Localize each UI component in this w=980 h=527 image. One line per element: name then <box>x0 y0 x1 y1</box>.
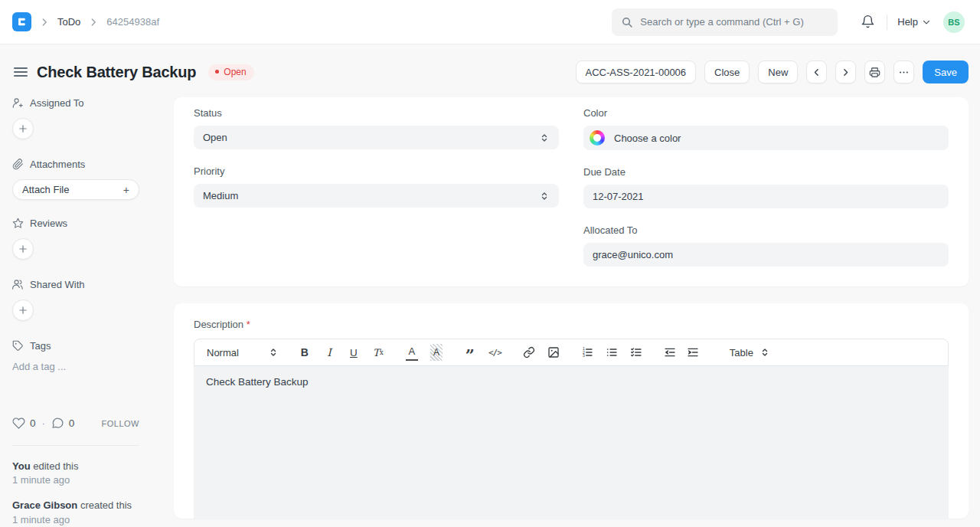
ellipsis-icon <box>898 67 910 78</box>
comment-icon <box>51 417 64 430</box>
notifications-button[interactable] <box>858 11 878 32</box>
sidebar-toggle-button[interactable] <box>12 65 29 79</box>
navbar: ToDo 64254938af Help BS <box>0 0 980 44</box>
image-button[interactable] <box>547 344 560 361</box>
color-picker[interactable]: Choose a color <box>583 126 949 150</box>
table-menu[interactable]: Table <box>730 347 770 358</box>
description-editor[interactable]: Check Battery Backup <box>194 366 949 519</box>
like-count: 0 <box>30 417 36 429</box>
follow-button[interactable]: FOLLOW <box>102 419 139 428</box>
breadcrumb-doc-id: 64254938af <box>106 16 159 28</box>
help-label: Help <box>897 16 918 28</box>
select-chevrons-icon <box>539 133 550 143</box>
allocated-to-input[interactable] <box>593 249 939 260</box>
user-avatar[interactable]: BS <box>943 11 965 33</box>
highlight-color-button[interactable]: A <box>430 344 443 361</box>
activity-actor: You <box>12 460 31 472</box>
blockquote-button[interactable]: ” <box>464 344 476 361</box>
add-review-button[interactable] <box>12 238 34 260</box>
status-dot-icon <box>215 70 219 74</box>
status-select[interactable]: Open <box>194 126 559 149</box>
color-field: Color Choose a color <box>583 107 949 150</box>
bold-button[interactable]: B <box>299 344 311 361</box>
search-icon <box>621 16 633 28</box>
bullet-list-button[interactable] <box>606 344 618 361</box>
code-button[interactable]: </> <box>488 344 501 361</box>
status-field: Status Open <box>194 107 559 149</box>
help-menu-button[interactable]: Help <box>897 16 931 28</box>
navbar-actions: Help BS <box>858 11 965 33</box>
page-actions: ACC-ASS-2021-00006 Close New Save <box>576 61 969 83</box>
description-label: Description <box>194 319 243 330</box>
insert-group <box>523 344 560 361</box>
link-button[interactable] <box>523 344 535 361</box>
color-label: Color <box>583 107 949 119</box>
color-group: A A <box>406 344 443 361</box>
plus-icon <box>18 124 28 133</box>
user-plus-icon <box>12 97 24 109</box>
activity-action: edited this <box>33 460 78 472</box>
save-button[interactable]: Save <box>923 61 969 83</box>
plus-icon <box>18 244 28 254</box>
app-logo[interactable] <box>12 12 31 31</box>
description-label-row: Description * <box>194 319 949 330</box>
activity-entry: You edited this 1 minute ago <box>12 460 139 487</box>
add-tag-input[interactable] <box>12 361 127 372</box>
allocated-to-field: Allocated To <box>583 224 949 267</box>
search-input[interactable] <box>640 16 828 28</box>
erpnext-logo-icon <box>16 16 28 28</box>
comment-button[interactable] <box>51 417 64 430</box>
users-icon <box>12 279 24 290</box>
activity-action: created this <box>80 499 132 511</box>
table-label: Table <box>730 347 753 358</box>
shared-with-label: Shared With <box>30 279 85 290</box>
color-wheel-icon <box>590 130 605 146</box>
indent-group <box>664 344 699 361</box>
reviews-section: Reviews <box>12 218 139 229</box>
attach-file-button[interactable]: Attach File + <box>12 179 139 200</box>
due-date-control <box>583 185 949 208</box>
due-date-input[interactable] <box>593 191 939 202</box>
check-list-icon <box>630 346 642 358</box>
like-button[interactable] <box>12 417 25 430</box>
prev-doc-button[interactable] <box>806 61 827 83</box>
clear-format-button[interactable]: Tx <box>372 344 384 361</box>
print-button[interactable] <box>864 61 885 83</box>
underline-button[interactable]: U <box>348 344 360 361</box>
activity-entry: Grace Gibson created this 1 minute ago <box>12 499 139 526</box>
status-label: Status <box>194 107 559 119</box>
page-header: Check Battery Backup Open ACC-ASS-2021-0… <box>0 44 980 97</box>
font-color-button[interactable]: A <box>406 344 418 361</box>
link-icon <box>523 346 535 358</box>
check-list-button[interactable] <box>630 344 642 361</box>
bullet-list-icon <box>606 346 618 358</box>
outdent-button[interactable] <box>664 344 676 361</box>
select-chevrons-icon <box>539 191 550 201</box>
add-assignment-button[interactable] <box>12 118 34 139</box>
add-share-button[interactable] <box>12 300 34 321</box>
paragraph-style-select[interactable]: Normal <box>207 347 279 358</box>
breadcrumb: ToDo 64254938af <box>12 12 159 31</box>
priority-value: Medium <box>203 190 238 201</box>
details-card: Status Open Priority Medium <box>174 97 969 286</box>
ordered-list-icon: 1 2 3 <box>581 346 593 358</box>
paperclip-icon <box>12 159 24 170</box>
italic-button[interactable]: I <box>323 344 335 361</box>
doc-id-button[interactable]: ACC-ASS-2021-00006 <box>576 61 697 83</box>
breadcrumb-app[interactable]: ToDo <box>57 16 80 28</box>
indent-icon <box>687 346 699 358</box>
next-doc-button[interactable] <box>835 61 856 83</box>
priority-select[interactable]: Medium <box>194 184 559 208</box>
status-value: Open <box>203 132 227 143</box>
ordered-list-button[interactable]: 1 2 3 <box>581 344 593 361</box>
indent-button[interactable] <box>687 344 699 361</box>
paragraph-style-value: Normal <box>207 347 239 358</box>
social-row: 0 · 0 FOLLOW <box>12 417 139 430</box>
menu-button[interactable] <box>893 61 914 83</box>
star-icon <box>12 218 24 229</box>
assigned-to-label: Assigned To <box>30 97 84 109</box>
close-button[interactable]: Close <box>704 61 750 83</box>
color-placeholder: Choose a color <box>614 133 681 144</box>
global-search[interactable] <box>612 8 838 36</box>
new-button[interactable]: New <box>758 61 798 83</box>
